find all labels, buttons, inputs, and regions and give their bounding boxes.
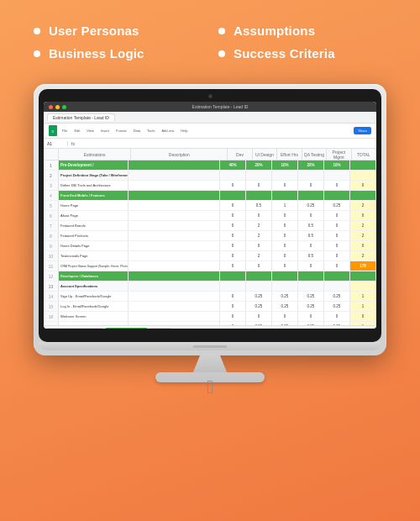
cell[interactable]: 0 xyxy=(272,231,298,240)
cell[interactable]: 0 xyxy=(324,312,350,321)
cell[interactable]: 0.25 xyxy=(272,292,298,301)
cell[interactable]: 0 xyxy=(220,211,246,220)
cell[interactable]: About Page xyxy=(59,211,129,220)
cell[interactable]: 0 xyxy=(324,231,350,240)
cell[interactable]: 0 xyxy=(298,181,324,190)
table-row[interactable]: 16 Welcome Screen 0 0 0 0 0 0 xyxy=(44,312,376,322)
cell[interactable]: 0 xyxy=(272,261,298,271)
cell[interactable]: Home Page xyxy=(59,201,129,210)
cell[interactable]: 2 xyxy=(350,251,376,260)
cell[interactable]: 0.25 xyxy=(324,201,350,210)
cell[interactable]: 0.25 xyxy=(246,302,272,311)
cell[interactable]: 0 xyxy=(220,231,246,240)
table-row[interactable]: 17 Dashboard 0 0.25 0.25 0.25 0.25 1 xyxy=(44,322,376,325)
cell[interactable]: 0 xyxy=(350,181,376,190)
cell[interactable]: 2 xyxy=(350,231,376,240)
cell[interactable]: 1 xyxy=(350,302,376,311)
cell[interactable]: 0 xyxy=(246,241,272,250)
cell[interactable]: 0.5 xyxy=(298,221,324,230)
cell[interactable]: 0 xyxy=(350,211,376,220)
sheet-tab-subtask[interactable]: Subtask xyxy=(150,328,171,329)
cell-reference[interactable]: A1 xyxy=(47,141,68,146)
cell[interactable]: 0 xyxy=(272,251,298,260)
cell[interactable]: 0 xyxy=(324,181,350,190)
table-row[interactable]: 9 Home Details Page 0 0 0 0 0 0 xyxy=(44,241,376,251)
view-menu[interactable]: View xyxy=(85,128,96,134)
cell[interactable]: 0.25 xyxy=(246,292,272,301)
cell[interactable]: 0.25 xyxy=(246,322,272,325)
cell[interactable]: 0 xyxy=(298,241,324,250)
cell[interactable]: Featured Products xyxy=(59,231,129,240)
cell[interactable]: 0 xyxy=(220,302,246,311)
cell[interactable]: 0 xyxy=(220,261,246,271)
cell[interactable]: 0 xyxy=(246,261,272,271)
cell[interactable]: Sign Up - Email/Facebook/Google xyxy=(59,292,129,301)
cell[interactable]: 0 xyxy=(272,211,298,220)
cell[interactable]: 0.5 xyxy=(298,251,324,260)
cell[interactable]: 0 xyxy=(220,241,246,250)
cell[interactable]: 0 xyxy=(324,221,350,230)
cell[interactable]: 0.25 xyxy=(298,322,324,325)
browser-tab[interactable]: Estimation Template - Lead ID xyxy=(47,113,115,121)
cell[interactable]: 0.5 xyxy=(246,201,272,210)
cell[interactable]: 0.25 xyxy=(324,292,350,301)
table-row[interactable]: 11 CRM Project Status Support (Sample: H… xyxy=(44,261,376,271)
table-row[interactable]: 7 Featured Brands 0 2 0 0.5 0 2 xyxy=(44,221,376,231)
cell[interactable]: Pre-Development / xyxy=(59,161,129,170)
cell[interactable]: 0 xyxy=(246,312,272,321)
cell[interactable]: 0.5 xyxy=(298,231,324,240)
cell[interactable]: 0 xyxy=(246,211,272,220)
cell[interactable]: 0 xyxy=(220,181,246,190)
cell[interactable]: Dashboard xyxy=(59,322,129,325)
cell[interactable]: Log In - Email/Facebook/Google xyxy=(59,302,129,311)
cell[interactable]: 2 xyxy=(350,201,376,210)
cell[interactable]: 0 xyxy=(272,312,298,321)
cell[interactable]: 2 xyxy=(246,231,272,240)
cell[interactable]: 2 xyxy=(350,221,376,230)
cell[interactable]: Featured Brands xyxy=(59,221,129,230)
help-menu[interactable]: Help xyxy=(179,128,189,134)
format-menu[interactable]: Format xyxy=(114,128,129,134)
cell[interactable]: 2 xyxy=(246,221,272,230)
cell[interactable]: 1 xyxy=(350,292,376,301)
cell[interactable]: 0 xyxy=(272,241,298,250)
cell[interactable]: 2 xyxy=(246,251,272,260)
share-button[interactable]: Share xyxy=(354,127,371,134)
cell[interactable]: 178 xyxy=(350,261,376,271)
table-row[interactable]: 5 Home Page 0 0.5 1 0.25 0.25 2 xyxy=(44,201,376,211)
sheet-tab-features[interactable]: Features Estimation xyxy=(105,328,147,329)
cell[interactable]: 1 xyxy=(350,322,376,325)
cell[interactable]: 0 xyxy=(298,312,324,321)
cell[interactable]: Testimonials Page xyxy=(59,251,129,260)
cell[interactable]: 0 xyxy=(272,221,298,230)
addons-menu[interactable]: Add-ons xyxy=(160,128,176,134)
cell[interactable]: 0.25 xyxy=(298,292,324,301)
cell[interactable]: 0 xyxy=(298,261,324,271)
cell[interactable]: 0 xyxy=(324,251,350,260)
sheet-tab-estimation[interactable]: Estimation Reports (Front-End) xyxy=(47,328,103,329)
cell[interactable]: 0 xyxy=(220,322,246,325)
table-row[interactable]: 1 Pre-Development / 40% 20% 10% 20% 10% xyxy=(44,161,376,171)
cell[interactable]: 0.25 xyxy=(298,302,324,311)
table-row[interactable]: 15 Log In - Email/Facebook/Google 0 0.25… xyxy=(44,302,376,312)
cell[interactable]: 0 xyxy=(298,211,324,220)
cell[interactable]: 0 xyxy=(324,241,350,250)
cell[interactable]: 0 xyxy=(350,241,376,250)
cell[interactable]: 0 xyxy=(220,312,246,321)
cell[interactable]: 0.25 xyxy=(324,322,350,325)
cell[interactable]: Define DB/ Tools and Architecture xyxy=(59,181,129,190)
cell[interactable]: 0 xyxy=(220,251,246,260)
cell[interactable]: 0 xyxy=(324,261,350,271)
insert-menu[interactable]: Insert xyxy=(99,128,111,134)
table-row[interactable]: 8 Featured Products 0 2 0 0.5 0 2 xyxy=(44,231,376,241)
cell[interactable]: 0 xyxy=(350,312,376,321)
cell[interactable]: 0 xyxy=(220,221,246,230)
table-row[interactable]: 10 Testimonials Page 0 2 0 0.5 0 2 xyxy=(44,251,376,261)
cell[interactable]: 1 xyxy=(272,201,298,210)
tools-menu[interactable]: Tools xyxy=(145,128,156,134)
cell[interactable]: Home Details Page xyxy=(59,241,129,250)
table-row[interactable]: 14 Sign Up - Email/Facebook/Google 0 0.2… xyxy=(44,292,376,302)
cell[interactable]: CRM Project Status Support (Sample: Home… xyxy=(59,261,129,271)
cell[interactable]: 0 xyxy=(324,211,350,220)
cell[interactable]: 0 xyxy=(246,181,272,190)
